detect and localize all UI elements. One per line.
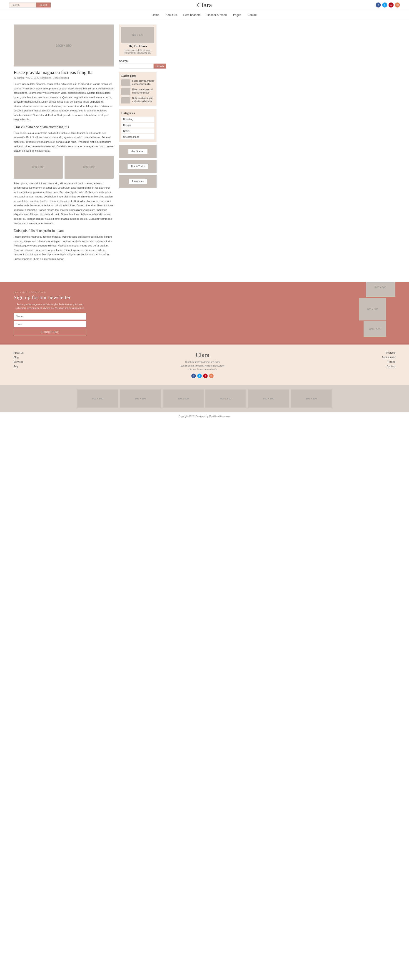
- newsletter-email-input[interactable]: [14, 321, 86, 327]
- tips-tricks-button[interactable]: Tips & Tricks: [128, 164, 148, 169]
- profile-title: Hi, I'm Clara: [121, 45, 154, 48]
- footer-body: Curabitur molestie lorem sed diam condim…: [180, 360, 225, 371]
- footer-email-icon[interactable]: ✉: [209, 374, 214, 378]
- category-uncategorized[interactable]: Uncategorized: [121, 134, 154, 139]
- gallery-item-2[interactable]: 800 x 800: [120, 390, 161, 407]
- bottom-gallery: 800 x 800 800 x 800 800 x 800 800 x 800 …: [0, 385, 409, 412]
- footer-main: About us Blog Services Faq Clara Curabit…: [0, 345, 409, 385]
- dual-images: 800 x 800 800 x 800: [14, 156, 113, 179]
- nav-header-menu[interactable]: Header & menu: [207, 13, 227, 17]
- categories-title: Categories: [121, 111, 154, 115]
- newsletter-images: 800 x 640 800 x 800 800 x 500: [359, 282, 395, 337]
- categories-section: Categories Branding Design News Uncatego…: [119, 109, 157, 142]
- footer-social-icons: f t p ✉: [180, 374, 225, 378]
- profile-image: 800 x 622: [121, 27, 154, 43]
- content-area: 1200 x 850 Fusce gravida magna eu facili…: [0, 20, 409, 269]
- main-column: 1200 x 850 Fusce gravida magna eu facili…: [14, 24, 113, 264]
- latest-posts: Latest posts Fusce gravida magna eu faci…: [119, 72, 157, 106]
- latest-post-item-2[interactable]: Etiam porta lorem id finibus commodo: [121, 88, 154, 95]
- facebook-icon[interactable]: f: [376, 3, 381, 8]
- latest-post-item-1[interactable]: Fusce gravida magna eu facilisis fringil…: [121, 80, 154, 86]
- footer-pricing-link[interactable]: Pricing: [382, 360, 395, 363]
- subscribe-button[interactable]: SUBSCRIBE: [14, 329, 86, 336]
- twitter-icon[interactable]: t: [382, 3, 387, 8]
- cta-get-started: Get Started: [119, 145, 157, 158]
- gallery-item-5[interactable]: 800 x 800: [248, 390, 289, 407]
- article-body-3: Etiam porta, lorem id finibus commodo, e…: [14, 181, 113, 226]
- article-subheading-2: Duis quis felis risus proin in quam: [14, 229, 113, 233]
- footer-right-links: Projects Testimonials Pricing Contact: [382, 351, 395, 368]
- sidebar-search-label: Search: [119, 59, 157, 63]
- footer-contact-link[interactable]: Contact: [382, 365, 395, 368]
- cta-tips-tricks: Tips & Tricks: [119, 160, 157, 173]
- sidebar-search: Search Search: [119, 59, 157, 68]
- social-icons-group: f t p ✉: [376, 3, 400, 8]
- footer-facebook-icon[interactable]: f: [191, 374, 196, 378]
- search-button[interactable]: Search: [36, 3, 51, 8]
- sidebar-profile: 800 x 622 Hi, I'm Clara Lorem ipsum dolo…: [119, 24, 157, 56]
- footer-center: Clara Curabitur molestie lorem sed diam …: [180, 351, 225, 378]
- footer-projects-link[interactable]: Projects: [382, 351, 395, 354]
- newsletter-title: Sign up for our newsletter: [14, 294, 86, 301]
- main-nav: Home About us Hero headers Header & menu…: [0, 10, 409, 20]
- newsletter-image-mid: 800 x 800: [359, 298, 386, 320]
- category-news[interactable]: News: [121, 129, 154, 134]
- article-body-2: Duis dapibus augue molestie sollicitudin…: [14, 131, 113, 153]
- email-icon[interactable]: ✉: [395, 3, 400, 8]
- nav-pages[interactable]: Pages: [233, 13, 241, 17]
- spacer: [0, 269, 409, 282]
- get-started-button[interactable]: Get Started: [128, 149, 147, 154]
- nav-contact[interactable]: Contact: [248, 13, 257, 17]
- gallery-item-6[interactable]: 800 x 800: [291, 390, 332, 407]
- newsletter-section: LET'S GET CONNECTED Sign up for our news…: [0, 282, 409, 345]
- article-image-left: 800 x 800: [14, 156, 63, 179]
- sidebar-search-bar: Search: [119, 64, 157, 68]
- post-title-2: Etiam porta lorem id finibus commodo: [132, 88, 154, 94]
- footer-testimonials-link[interactable]: Testimonials: [382, 356, 395, 359]
- category-branding[interactable]: Branding: [121, 117, 154, 122]
- footer-pinterest-icon[interactable]: p: [203, 374, 208, 378]
- gallery-item-4[interactable]: 800 x 800: [205, 390, 246, 407]
- pinterest-icon[interactable]: p: [388, 3, 393, 8]
- nav-home[interactable]: Home: [152, 13, 159, 17]
- nav-about[interactable]: About us: [166, 13, 177, 17]
- footer-twitter-icon[interactable]: t: [197, 374, 202, 378]
- article-subheading-1: Cras eu diam nec quam auctor sagittis: [14, 125, 113, 129]
- newsletter-image-top: 800 x 640: [366, 282, 395, 297]
- newsletter-form: SUBSCRIBE: [14, 313, 86, 336]
- site-logo: Clara: [197, 1, 212, 9]
- footer-left-links: About us Blog Services Faq: [14, 351, 23, 368]
- latest-post-item-3[interactable]: Nulla dapibus augue molestie sollicitudi…: [121, 97, 154, 103]
- post-thumb-2: [121, 88, 130, 95]
- footer-about-link[interactable]: About us: [14, 351, 23, 354]
- footer-faq-link[interactable]: Faq: [14, 365, 23, 368]
- resources-button[interactable]: Resources: [129, 179, 147, 184]
- cta-resources: Resources: [119, 175, 157, 188]
- article-image-right: 800 x 800: [64, 156, 113, 179]
- category-design[interactable]: Design: [121, 123, 154, 127]
- copyright: Copyright 2022 | Designed by MarkHendrik…: [0, 412, 409, 420]
- nav-hero-headers[interactable]: Hero headers: [183, 13, 200, 17]
- newsletter-eyebrow: LET'S GET CONNECTED: [14, 291, 86, 293]
- search-input[interactable]: [9, 2, 36, 8]
- gallery-item-1[interactable]: 800 x 800: [77, 390, 118, 407]
- post-thumb-3: [121, 97, 130, 103]
- latest-posts-title: Latest posts: [121, 74, 154, 78]
- newsletter-image-bot: 800 x 500: [364, 321, 386, 337]
- newsletter-content: LET'S GET CONNECTED Sign up for our news…: [14, 291, 86, 336]
- sidebar-search-input[interactable]: [119, 64, 153, 68]
- gallery-item-3[interactable]: 800 x 800: [163, 390, 204, 407]
- sidebar: 800 x 622 Hi, I'm Clara Lorem ipsum dolo…: [119, 24, 157, 264]
- post-title-1: Fusce gravida magna eu facilisis fringil…: [132, 80, 154, 86]
- sidebar-search-button[interactable]: Search: [153, 64, 166, 68]
- profile-text: Lorem ipsum dolor sit amet, consectetur …: [121, 49, 154, 54]
- article-title: Fusce gravida magna eu facilisis fringil…: [14, 70, 113, 75]
- top-header: Search Clara f t p ✉: [0, 0, 409, 10]
- footer-blog-link[interactable]: Blog: [14, 356, 23, 359]
- post-thumb-1: [121, 80, 130, 86]
- article-body-4: Fusce gravida magna eu facilisis fringil…: [14, 235, 113, 261]
- header-search: Search: [9, 2, 51, 8]
- newsletter-name-input[interactable]: [14, 313, 86, 320]
- hero-image: 1200 x 850: [14, 24, 113, 67]
- footer-services-link[interactable]: Services: [14, 360, 23, 363]
